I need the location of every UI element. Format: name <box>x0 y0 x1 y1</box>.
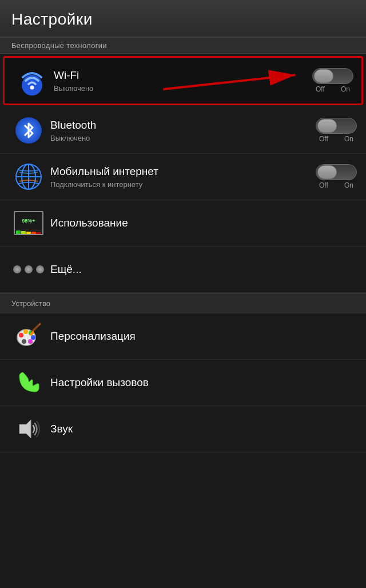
bluetooth-toggle-thumb <box>317 119 337 133</box>
wifi-toggle-thumb <box>314 69 333 83</box>
app-header: Настройки <box>0 0 366 37</box>
sound-title: Звук <box>50 422 357 436</box>
personalization-item[interactable]: Персонализация <box>0 313 366 360</box>
mobile-internet-text: Мобильный интернет Подключиться к интерн… <box>48 165 316 189</box>
bluetooth-icon-container <box>9 113 48 148</box>
mobile-internet-title: Мобильный интернет <box>50 165 316 179</box>
wireless-section-header: Беспроводные технологии <box>0 37 366 54</box>
mobile-internet-toggle[interactable]: Off On <box>316 164 357 189</box>
wifi-toggle-off: Off <box>316 85 325 93</box>
bluetooth-toggle-off: Off <box>319 135 328 143</box>
bluetooth-item[interactable]: Bluetooth Выключено Off On <box>0 108 366 154</box>
bluetooth-subtitle: Выключено <box>50 134 316 142</box>
more-item[interactable]: Ещё... <box>0 247 366 293</box>
personalization-title: Персонализация <box>50 329 357 344</box>
usage-icon: 98%+ <box>14 211 43 235</box>
personalization-text: Персонализация <box>48 329 357 344</box>
svg-point-1 <box>30 86 34 90</box>
mobile-toggle-on: On <box>344 181 353 189</box>
wifi-toggle-labels: Off On <box>312 85 353 93</box>
more-title: Ещё... <box>50 263 357 277</box>
mobile-toggle-off: Off <box>319 181 328 189</box>
wifi-text: Wi-Fi Выключено <box>51 69 312 93</box>
personalization-icon <box>14 321 43 351</box>
wifi-toggle-switch[interactable] <box>312 68 353 84</box>
bluetooth-toggle-on: On <box>344 135 353 143</box>
sound-text: Звук <box>48 422 357 436</box>
device-section-header: Устройство <box>0 293 366 313</box>
mobile-internet-item[interactable]: Мобильный интернет Подключиться к интерн… <box>0 154 366 200</box>
bluetooth-title: Bluetooth <box>50 118 316 133</box>
globe-icon <box>14 162 43 192</box>
svg-point-9 <box>19 333 23 337</box>
phone-icon <box>14 368 43 398</box>
wifi-toggle-on: On <box>341 85 350 93</box>
svg-point-10 <box>23 329 28 334</box>
device-section-label: Устройство <box>11 299 50 308</box>
dot-3 <box>36 265 44 273</box>
calls-title: Настройки вызовов <box>50 376 357 390</box>
svg-point-12 <box>31 335 35 340</box>
svg-line-15 <box>32 324 40 332</box>
bluetooth-icon <box>15 117 42 144</box>
sound-item[interactable]: Звук <box>0 406 366 452</box>
more-text: Ещё... <box>48 263 357 277</box>
calls-icon-container <box>9 365 48 400</box>
personalization-icon-container <box>9 319 48 353</box>
usage-icon-container: 98%+ <box>9 206 48 240</box>
mobile-toggle-labels: Off On <box>316 181 357 189</box>
dot-2 <box>25 265 33 273</box>
usage-title: Использование <box>50 216 357 231</box>
usage-text: Использование <box>48 216 357 231</box>
wifi-toggle[interactable]: Off On <box>312 68 353 93</box>
calls-item[interactable]: Настройки вызовов <box>0 360 366 406</box>
mobile-internet-subtitle: Подключиться к интернету <box>50 180 316 189</box>
svg-point-13 <box>28 339 33 344</box>
bluetooth-text: Bluetooth Выключено <box>48 118 316 142</box>
sound-icon <box>14 414 43 444</box>
globe-icon-container <box>9 160 48 194</box>
dot-1 <box>13 265 21 273</box>
wifi-title: Wi-Fi <box>54 69 312 83</box>
calls-text: Настройки вызовов <box>48 376 357 390</box>
page-title: Настройки <box>11 10 355 29</box>
usage-item[interactable]: 98%+ Использование <box>0 200 366 247</box>
mobile-toggle-thumb <box>317 165 337 179</box>
bluetooth-toggle-switch[interactable] <box>316 118 357 134</box>
more-icon-container <box>9 252 48 287</box>
bluetooth-toggle[interactable]: Off On <box>316 118 357 143</box>
wireless-section-label: Беспроводные технологии <box>11 41 107 50</box>
svg-marker-17 <box>19 420 31 438</box>
svg-point-14 <box>22 339 26 344</box>
sound-icon-container <box>9 412 48 446</box>
wifi-icon <box>17 66 47 96</box>
wifi-item[interactable]: Wi-Fi Выключено Off On <box>3 56 363 105</box>
wifi-subtitle: Выключено <box>54 84 312 93</box>
mobile-toggle-switch[interactable] <box>316 164 357 180</box>
wifi-icon-container <box>13 63 51 98</box>
more-dots-icon <box>13 265 44 273</box>
bluetooth-toggle-labels: Off On <box>316 135 357 143</box>
